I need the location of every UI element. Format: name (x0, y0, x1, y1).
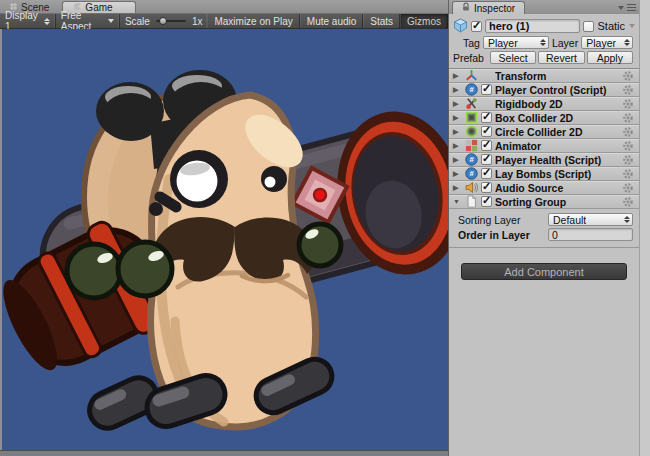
gameobject-name-field[interactable]: hero (1) (485, 19, 580, 33)
stats-button[interactable]: Stats (363, 14, 400, 28)
foldout-triangle[interactable]: ▶ (453, 170, 462, 177)
gizmos-button[interactable]: Gizmos (400, 14, 448, 28)
scale-control: Scale 1x (120, 14, 208, 28)
component-enabled-checkbox[interactable] (481, 182, 492, 193)
static-checkbox[interactable] (583, 21, 594, 32)
sorting-group-icon (465, 195, 478, 208)
component-circle-collider-2d[interactable]: ▶ Circle Collider 2D (449, 125, 639, 139)
gear-icon[interactable] (622, 182, 634, 194)
static-dropdown-icon[interactable] (629, 24, 635, 28)
sorting-layer-label: Sorting Layer (458, 214, 548, 226)
game-view-toolbar: Display 1 Free Aspect Scale 1x Maximize … (0, 13, 448, 29)
scale-slider[interactable] (156, 20, 186, 22)
foldout-triangle[interactable]: ▶ (453, 128, 462, 135)
gear-icon[interactable] (622, 154, 634, 166)
chevron-down-icon[interactable] (618, 6, 624, 10)
script-icon: # (465, 153, 478, 166)
layer-dropdown[interactable]: Player (581, 36, 633, 49)
component-name: Player Health (Script) (495, 154, 619, 166)
animator-icon (465, 139, 478, 152)
component-name: Animator (495, 140, 619, 152)
foldout-triangle[interactable]: ▶ (453, 142, 462, 149)
component-name: Box Collider 2D (495, 112, 619, 124)
component-sorting-group[interactable]: ▼ Sorting Group (449, 195, 639, 209)
scale-value: 1x (192, 16, 203, 27)
rigidbody2d-icon (465, 97, 478, 110)
gear-icon[interactable] (622, 140, 634, 152)
component-name: Transform (495, 70, 619, 82)
gear-icon[interactable] (622, 98, 634, 110)
right-eye (261, 166, 287, 192)
component-enabled-checkbox[interactable] (481, 112, 492, 123)
component-rigidbody-2d[interactable]: ▶ Rigidbody 2D (449, 97, 639, 111)
tab-inspector-label: Inspector (474, 3, 515, 14)
sorting-layer-dropdown[interactable]: Default (548, 213, 633, 226)
game-view-pane: Scene Game Display 1 Free Aspect Scale 1… (0, 0, 448, 456)
transform-icon (465, 69, 478, 82)
component-player-control-script[interactable]: ▶ # Player Control (Script) (449, 83, 639, 97)
popup-arrows-icon (624, 39, 630, 46)
prefab-apply-button[interactable]: Apply (587, 51, 633, 64)
gear-icon[interactable] (622, 168, 634, 180)
context-menu-icon[interactable] (627, 4, 636, 11)
component-enabled-checkbox[interactable] (481, 140, 492, 151)
window-bottom-edge (0, 450, 448, 456)
component-enabled-checkbox[interactable] (481, 154, 492, 165)
script-icon: # (465, 167, 478, 180)
sorting-group-body: Sorting Layer Default Order in Layer 0 (449, 209, 639, 248)
foldout-triangle[interactable]: ▶ (453, 100, 462, 107)
mute-audio-button[interactable]: Mute audio (300, 14, 363, 28)
prefab-revert-button[interactable]: Revert (538, 51, 584, 64)
tag-dropdown[interactable]: Player (483, 36, 549, 49)
component-lay-bombs-script[interactable]: ▶ # Lay Bombs (Script) (449, 167, 639, 181)
tag-label: Tag (463, 37, 480, 49)
component-enabled-checkbox[interactable] (481, 196, 492, 207)
component-name: Rigidbody 2D (495, 98, 619, 110)
foldout-triangle[interactable]: ▶ (453, 114, 462, 121)
component-player-health-script[interactable]: ▶ # Player Health (Script) (449, 153, 639, 167)
component-name: Lay Bombs (Script) (495, 168, 619, 180)
gear-icon[interactable] (622, 112, 634, 124)
component-enabled-checkbox[interactable] (481, 168, 492, 179)
order-in-layer-field[interactable]: 0 (548, 228, 633, 241)
component-transform[interactable]: ▶ Transform (449, 69, 639, 83)
gameobject-enabled-checkbox[interactable] (471, 21, 482, 32)
order-in-layer-label: Order in Layer (458, 229, 548, 241)
gear-icon[interactable] (622, 126, 634, 138)
add-component-button[interactable]: Add Component (461, 263, 627, 280)
component-name: Sorting Group (495, 196, 619, 208)
display-dropdown[interactable]: Display 1 (0, 14, 56, 28)
unity-editor-window: Scene Game Display 1 Free Aspect Scale 1… (0, 0, 650, 456)
foldout-triangle[interactable]: ▼ (453, 198, 462, 205)
component-name: Audio Source (495, 182, 619, 194)
prefab-select-button[interactable]: Select (490, 51, 536, 64)
maximize-on-play-button[interactable]: Maximize on Play (207, 14, 299, 28)
scale-slider-knob[interactable] (159, 17, 167, 25)
component-list: ▶ Transform ▶ # Player Control (Script) … (449, 69, 639, 209)
foldout-triangle[interactable]: ▶ (453, 86, 462, 93)
component-enabled-checkbox[interactable] (481, 126, 492, 137)
component-box-collider-2d[interactable]: ▶ Box Collider 2D (449, 111, 639, 125)
lock-icon[interactable] (462, 2, 470, 14)
component-animator[interactable]: ▶ Animator (449, 139, 639, 153)
inspector-scrollbar[interactable] (639, 0, 650, 456)
script-icon: # (465, 83, 478, 96)
prefab-label: Prefab (453, 52, 487, 64)
foldout-triangle[interactable]: ▶ (453, 72, 462, 79)
gear-icon[interactable] (622, 84, 634, 96)
layer-label: Layer (552, 37, 578, 49)
gear-icon[interactable] (622, 196, 634, 208)
prefab-cube-icon (453, 18, 468, 35)
popup-arrows-icon (624, 216, 630, 223)
component-audio-source[interactable]: ▶ Audio Source (449, 181, 639, 195)
aspect-dropdown[interactable]: Free Aspect (56, 14, 120, 28)
gear-icon[interactable] (622, 70, 634, 82)
foldout-triangle[interactable]: ▶ (453, 156, 462, 163)
component-name: Player Control (Script) (495, 84, 619, 96)
component-enabled-checkbox[interactable] (481, 84, 492, 95)
tab-inspector[interactable]: Inspector (452, 1, 525, 14)
foldout-triangle[interactable]: ▶ (453, 184, 462, 191)
inspector-panel: Inspector hero (1) Static Tag (448, 0, 650, 456)
game-canvas[interactable] (0, 29, 448, 450)
hero-character (2, 29, 448, 450)
